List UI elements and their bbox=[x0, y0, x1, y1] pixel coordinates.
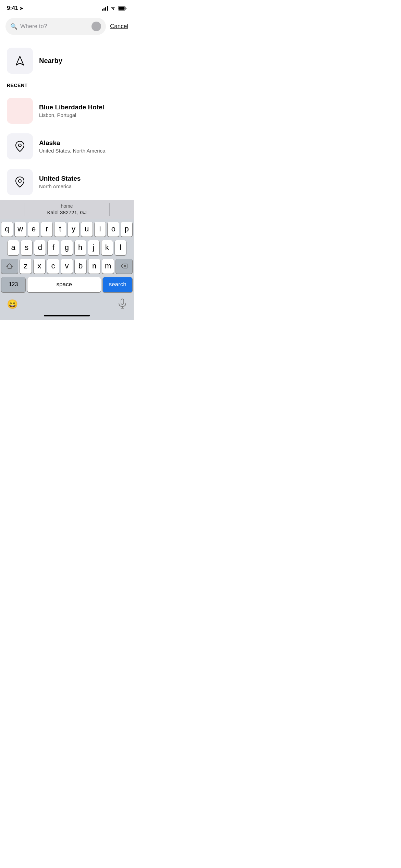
key-z[interactable]: z bbox=[20, 259, 32, 274]
hotel-text: Blue Liberdade Hotel Lisbon, Portugal bbox=[39, 104, 104, 118]
home-indicator bbox=[44, 315, 90, 316]
hotel-icon-box bbox=[7, 98, 33, 124]
emoji-key[interactable]: 😄 bbox=[7, 299, 18, 310]
us-icon-box bbox=[7, 169, 33, 195]
nearby-label: Nearby bbox=[39, 57, 62, 65]
keyboard-rows: q w e r t y u i o p a s d f g h j k l bbox=[0, 219, 134, 292]
key-a[interactable]: a bbox=[8, 240, 19, 255]
key-123[interactable]: 123 bbox=[1, 277, 25, 292]
search-key[interactable]: search bbox=[103, 277, 132, 292]
key-d[interactable]: d bbox=[34, 240, 46, 255]
key-s[interactable]: s bbox=[21, 240, 32, 255]
key-u[interactable]: u bbox=[81, 222, 93, 237]
shift-key[interactable] bbox=[1, 259, 18, 274]
us-title: United States bbox=[39, 175, 81, 182]
pin-icon-2 bbox=[15, 176, 25, 188]
svg-marker-2 bbox=[16, 56, 24, 65]
battery-icon bbox=[118, 6, 127, 11]
key-o[interactable]: o bbox=[108, 222, 119, 237]
key-row-2: a s d f g h j k l bbox=[1, 240, 132, 255]
key-i[interactable]: i bbox=[95, 222, 106, 237]
nearby-icon-box bbox=[7, 48, 33, 74]
svg-marker-5 bbox=[7, 264, 13, 268]
search-bar-container: 🔍 Where to? Cancel bbox=[0, 14, 134, 40]
home-indicator-bar bbox=[0, 312, 134, 320]
us-subtitle: North America bbox=[39, 183, 81, 189]
key-p[interactable]: p bbox=[121, 222, 132, 237]
content-area: Nearby RECENT Blue Liberdade Hotel Lisbo… bbox=[0, 40, 134, 200]
key-m[interactable]: m bbox=[102, 259, 114, 274]
svg-point-4 bbox=[19, 180, 21, 182]
recent-section-header: RECENT bbox=[5, 81, 128, 93]
key-k[interactable]: k bbox=[101, 240, 113, 255]
key-g[interactable]: g bbox=[61, 240, 72, 255]
key-l[interactable]: l bbox=[115, 240, 126, 255]
status-bar: 9:41 ➤ bbox=[0, 0, 134, 14]
recent-item-alaska[interactable]: Alaska United States, North America bbox=[5, 129, 128, 164]
navigation-icon bbox=[14, 55, 26, 67]
suggestion-bar: home Kalol 382721, GJ bbox=[0, 200, 134, 219]
search-input-wrap[interactable]: 🔍 Where to? bbox=[5, 18, 106, 35]
key-b[interactable]: b bbox=[75, 259, 86, 274]
status-time: 9:41 bbox=[7, 5, 18, 12]
keyboard-area: home Kalol 382721, GJ q w e r t y u i o … bbox=[0, 200, 134, 320]
alaska-icon-box bbox=[7, 133, 33, 159]
key-f[interactable]: f bbox=[48, 240, 59, 255]
delete-icon bbox=[120, 263, 128, 269]
location-arrow-icon: ➤ bbox=[20, 6, 23, 11]
suggestion-divider-right bbox=[109, 203, 110, 216]
key-e[interactable]: e bbox=[28, 222, 39, 237]
svg-point-3 bbox=[19, 144, 21, 147]
key-w[interactable]: w bbox=[15, 222, 26, 237]
wifi-icon bbox=[110, 6, 116, 11]
key-row-3: z x c v b n m bbox=[1, 259, 132, 274]
suggestion-divider-left bbox=[24, 203, 24, 216]
key-h[interactable]: h bbox=[75, 240, 86, 255]
key-q[interactable]: q bbox=[1, 222, 13, 237]
pin-icon bbox=[15, 141, 25, 152]
search-icon: 🔍 bbox=[10, 23, 17, 30]
key-row-bottom: 123 space search bbox=[1, 277, 132, 292]
key-row-1: q w e r t y u i o p bbox=[1, 222, 132, 237]
signal-icon bbox=[102, 6, 108, 11]
suggestion-text: home Kalol 382721, GJ bbox=[47, 203, 86, 216]
cancel-button[interactable]: Cancel bbox=[110, 23, 128, 30]
space-key[interactable]: space bbox=[27, 277, 101, 292]
key-y[interactable]: y bbox=[68, 222, 79, 237]
key-j[interactable]: j bbox=[88, 240, 99, 255]
alaska-title: Alaska bbox=[39, 139, 105, 147]
alaska-text: Alaska United States, North America bbox=[39, 139, 105, 154]
hotel-title: Blue Liberdade Hotel bbox=[39, 104, 104, 111]
shift-icon bbox=[6, 263, 13, 269]
dictation-key[interactable] bbox=[118, 298, 127, 311]
key-v[interactable]: v bbox=[61, 259, 73, 274]
nearby-item[interactable]: Nearby bbox=[5, 40, 128, 81]
key-x[interactable]: x bbox=[34, 259, 45, 274]
mic-button[interactable] bbox=[92, 22, 101, 31]
key-n[interactable]: n bbox=[88, 259, 100, 274]
key-t[interactable]: t bbox=[54, 222, 66, 237]
key-c[interactable]: c bbox=[47, 259, 59, 274]
recent-item-hotel[interactable]: Blue Liberdade Hotel Lisbon, Portugal bbox=[5, 93, 128, 129]
svg-rect-1 bbox=[119, 7, 125, 10]
microphone-icon bbox=[118, 298, 127, 309]
key-r[interactable]: r bbox=[41, 222, 52, 237]
suggestion-address: Kalol 382721, GJ bbox=[47, 209, 86, 216]
delete-key[interactable] bbox=[116, 259, 132, 274]
search-placeholder: Where to? bbox=[20, 23, 89, 30]
us-text: United States North America bbox=[39, 175, 81, 189]
alaska-subtitle: United States, North America bbox=[39, 148, 105, 154]
hotel-subtitle: Lisbon, Portugal bbox=[39, 112, 104, 118]
recent-item-us[interactable]: United States North America bbox=[5, 164, 128, 200]
svg-rect-8 bbox=[121, 299, 124, 304]
keyboard-bottom-bar: 😄 bbox=[0, 295, 134, 312]
status-icons bbox=[102, 6, 127, 11]
suggestion-home-label: home bbox=[47, 203, 86, 209]
